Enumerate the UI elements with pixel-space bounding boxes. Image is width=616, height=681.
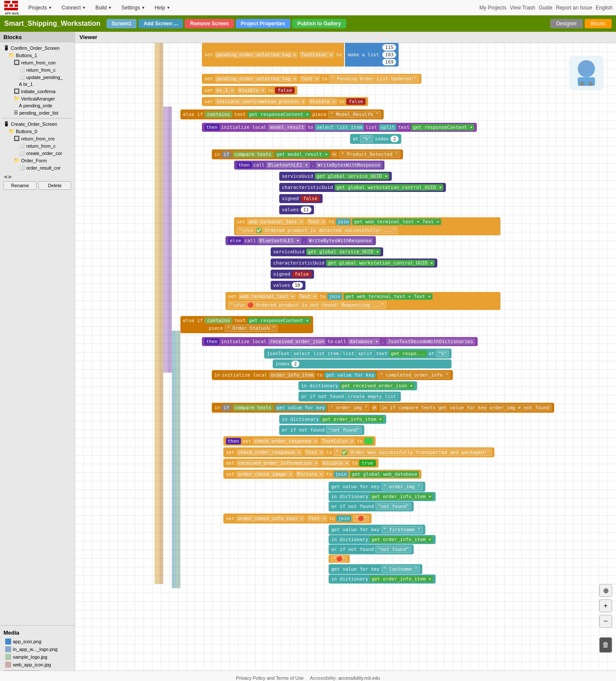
nav-report-issue[interactable]: Report an Issue [556, 5, 592, 11]
block-compare-order-img[interactable]: in if compare texts get value for key " … [212, 403, 554, 413]
nav-help[interactable]: Help▼ [150, 3, 175, 12]
tree-return-from-c1[interactable]: ⬜ return_from_c [17, 66, 73, 73]
block-values1[interactable]: values 11 [279, 205, 314, 214]
block-dot[interactable]: "🔴" [329, 555, 350, 563]
tree-update-pending[interactable]: ⬜ update_pending_ [17, 73, 73, 81]
block-set-initiate-visible[interactable]: set initiate_confirmation_process ▾ Visi… [202, 97, 368, 106]
blocks-inner: set pending_order_selected_tag ▾ TextCol… [75, 43, 616, 678]
block-set-web-terminal2[interactable]: set web_terminal_text ▾ Text ▾ to join g… [226, 292, 500, 310]
block-call-bluetooth1[interactable]: then call BluetoothLE1 ▾ . WriteBytesWit… [234, 161, 384, 170]
viewer-header: Viewer [75, 32, 616, 43]
block-set-tag-color[interactable]: set pending_order_selected_tag ▾ TextCol… [202, 43, 399, 67]
block-set-info-text[interactable]: set order_check_info_text ▾ Text ▾ to jo… [223, 514, 372, 523]
media-app-icon: app_icon.png [3, 638, 71, 645]
block-get-order-img-key[interactable]: get value for key " order_img " [329, 482, 425, 492]
list-icon: ☰ [14, 110, 18, 116]
rename-button[interactable]: Rename [3, 181, 37, 190]
block-characteristic-uuid1[interactable]: characteristicUuid get global workstatio… [279, 183, 446, 192]
block-get-lastname[interactable]: get value for key " lastname " [329, 564, 422, 574]
block-or-not-found-img2[interactable]: or if not found "not found" [329, 502, 414, 511]
zoom-out-button[interactable]: − [599, 615, 612, 628]
nav-english[interactable]: English [596, 5, 613, 11]
block-order-img-not-found[interactable]: or if not found "not found" [279, 425, 364, 435]
block-in-dict-firstname[interactable]: in dictionary get order_info_item ▾ [329, 535, 436, 544]
block-in-dict-received[interactable]: in dictionary get received_order_json ▾ [299, 381, 417, 390]
tree-pending-order-list[interactable]: ☰ pending_order_list [12, 109, 73, 116]
target-icon[interactable]: ⊕ [599, 584, 612, 597]
project-properties-button[interactable]: Project Properties [236, 19, 290, 28]
publish-to-gallery-button[interactable]: Publish to Gallery [292, 19, 346, 28]
nav-projects[interactable]: Projects▼ [24, 3, 56, 12]
media-in-app-logo: in_app_w..._logo.png [3, 645, 71, 653]
tree-vertical-arranger[interactable]: 📁 VerticalArranger [12, 95, 73, 102]
item-icon2: ⬜ [19, 74, 25, 80]
tree-return-from-con[interactable]: 🔲 return_from_con [12, 59, 73, 66]
block-compare-model-result[interactable]: in if compare texts get model_result ▾ =… [212, 149, 403, 159]
remove-screen-button[interactable]: Remove Screen [185, 19, 234, 28]
text-icon1: A [19, 82, 22, 87]
tree-return-from-c2[interactable]: ⬜ return_from_c [17, 142, 73, 149]
block-set-tag-text[interactable]: set pending_order_selected_tag ▾ Text ▾ … [202, 74, 421, 84]
block-get-firstname[interactable]: get value for key " firstname " [329, 525, 425, 535]
svg-rect-2 [12, 1, 18, 3]
tree-create-order-cor[interactable]: ⬜ create_order_cor [17, 149, 73, 157]
nav-my-projects[interactable]: My Projects [479, 5, 506, 11]
tree-order-form[interactable]: 📁 Order_Form [12, 157, 73, 164]
block-else-if-order-status[interactable]: else if contains text get responseConten… [180, 316, 313, 333]
block-signed2[interactable]: signed false [271, 270, 314, 279]
block-signed1[interactable]: signed false [279, 194, 323, 203]
tree-initiate-confirma[interactable]: 🔲 initiate_confirma [12, 88, 73, 95]
block-else-if-model-result[interactable]: else if contains text get responseConten… [180, 109, 384, 119]
stripe-indicator-1 [155, 43, 159, 584]
blocks-button[interactable]: Blocks [585, 19, 612, 28]
block-init-order-info[interactable]: in initialize local order_info_item to g… [212, 370, 453, 380]
nav-build[interactable]: Build▼ [91, 3, 116, 12]
tree-buttons1[interactable]: 📁 Buttons_1 [7, 52, 73, 59]
privacy-link[interactable]: Privacy Policy and Terms of Use [236, 675, 304, 681]
nav-view-trash[interactable]: View Trash [510, 5, 535, 11]
trash-button[interactable]: 🗑 [599, 637, 612, 653]
delete-button[interactable]: Delete [38, 181, 71, 190]
stripe-indicator-6 [176, 331, 180, 588]
nav-guide[interactable]: Guide [539, 5, 552, 11]
block-split-at-percent[interactable]: at "%" index 2 [350, 134, 401, 144]
add-screen-button[interactable]: Add Screen ... [138, 19, 183, 28]
block-init-received-json[interactable]: then initialize local received_order_jso… [202, 337, 478, 346]
block-set-check-text[interactable]: set check_order_response ▾ Text ▾ to " ✅… [223, 447, 494, 457]
tree-buttons0[interactable]: 📁 Buttons_0 [7, 128, 73, 135]
block-set-check-color[interactable]: then set check_order_response ▾ TextColo… [223, 436, 375, 446]
block-order-img-dict[interactable]: in dictionary get order_info_item ▾ [279, 415, 386, 424]
component-icon3: 🔲 [14, 136, 20, 141]
block-service-uuid1[interactable]: serviceUuid get global service_UUID ▾ [279, 172, 392, 181]
block-init-model-result[interactable]: then initialize local model_result to se… [202, 123, 477, 132]
block-in-dict-lastname[interactable]: in dictionary get order_info_item ▾ [329, 575, 436, 584]
designer-button[interactable]: Designer [550, 19, 583, 28]
stripe-indicator-5 [172, 331, 176, 588]
nav-connect[interactable]: Connect▼ [57, 3, 90, 12]
block-set-web-terminal1[interactable]: set web_terminal_text ▾ Text ▾ to join g… [234, 217, 500, 235]
zoom-in-button[interactable]: + [599, 599, 612, 612]
block-json-text-split[interactable]: jsonText select list item list split tex… [264, 349, 451, 368]
tree-create-order-screen[interactable]: 📱 Create_Order_Screen [2, 120, 73, 128]
block-set-br1-visible[interactable]: set br_1 ▾ Visible ▾ to false [202, 86, 297, 95]
block-values2[interactable]: values 10 [271, 281, 305, 290]
tree-br1[interactable]: A br_1 [17, 81, 73, 88]
block-characteristic-uuid2[interactable]: characteristicUuid get global workstatio… [271, 258, 437, 268]
screen-btn[interactable]: Screen1 [107, 19, 137, 28]
tree-pending-orde[interactable]: A pending_orde [17, 102, 73, 109]
media-divider [0, 625, 75, 626]
nav-settings[interactable]: Settings▼ [117, 3, 149, 12]
tree-confirm-order-screen[interactable]: 📱 Confirm_Order_Screen [2, 44, 73, 52]
block-or-not-found-firstname[interactable]: or if not found "not found" [329, 544, 414, 554]
block-in-dict-order-info2[interactable]: in dictionary get order_info_item ▾ [329, 492, 436, 501]
logo[interactable]: APP INVENTOR [3, 0, 19, 15]
block-service-uuid2[interactable]: serviceUuid get global service_UUID ▾ [271, 247, 383, 256]
block-else-call-bluetooth2[interactable]: else call BluetoothLE1 ▾ . WriteBytesWit… [226, 236, 376, 245]
block-set-order-image[interactable]: set order_check_image ▾ Picture ▾ to joi… [223, 470, 421, 479]
block-or-not-found1[interactable]: or if not found create empty list [299, 392, 401, 401]
block-set-received-visible[interactable]: set received_order_information ▾ Visible… [223, 459, 378, 468]
blocks-canvas[interactable]: set pending_order_selected_tag ▾ TextCol… [75, 43, 616, 678]
accessibility-link[interactable]: accessibility.mit.edu [338, 675, 380, 681]
tree-return-from-cre[interactable]: 🔲 return_from_cre [12, 135, 73, 142]
tree-order-result-cor[interactable]: ⬜ order_result_cor [17, 164, 73, 171]
